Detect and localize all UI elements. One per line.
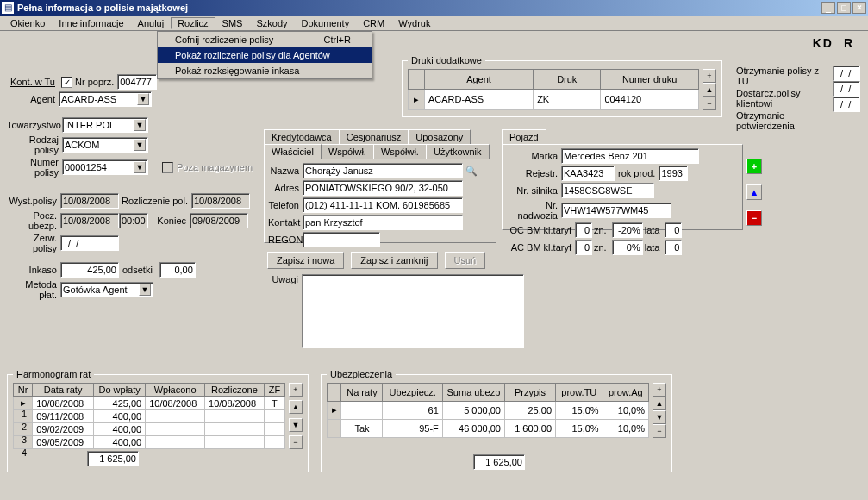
menu-sms[interactable]: SMS [215,17,250,29]
nazwa-input[interactable] [303,163,463,178]
kont-w-tu-label[interactable]: Kont. w Tu [7,77,59,87]
pocz-label: Pocz. ubezp. [7,210,60,231]
chevron-down-icon: ▼ [139,284,151,296]
menu-crm[interactable]: CRM [356,17,391,29]
potwierdzenia-input[interactable] [833,97,860,112]
pojazd-add-button[interactable]: + [746,159,762,174]
search-icon[interactable]: 🔍 [465,166,478,177]
odsetki-input[interactable] [159,262,196,278]
uwagi-textarea[interactable] [302,274,524,348]
menu-szkody[interactable]: Szkody [249,17,294,29]
table-row: 09/02/2009400,00 [14,423,285,436]
harm-total [87,451,139,466]
nr-poprz-label: Nr poprz. [75,77,114,87]
minimize-button[interactable]: _ [821,2,835,14]
rok-input[interactable] [659,166,688,181]
chevron-down-icon: ▼ [134,161,146,173]
koniec-label: Koniec [148,216,190,226]
potwierdzenia-label: Otrzymanie potwierdzenia [736,110,831,131]
ubez-total [473,454,525,470]
menu-wydruk[interactable]: Wydruk [391,17,437,29]
pojazd-remove-button[interactable]: − [746,210,762,226]
menu-dokumenty[interactable]: Dokumenty [295,17,357,29]
menu-inne[interactable]: Inne informacje [52,17,130,29]
pojazd-up-button[interactable]: ▲ [746,184,762,200]
rejestr-input[interactable] [561,166,615,181]
menu-rozlicz[interactable]: Rozlicz [171,17,215,29]
metoda-combo[interactable]: Gotówka Agent▼ [60,282,153,297]
rodzaj-combo[interactable]: ACKOM▼ [62,137,148,153]
nr-poprz-input[interactable] [117,74,157,90]
app-icon: ▤ [2,2,14,14]
adres-input[interactable] [303,180,463,196]
metoda-label: Metoda płat. [7,279,60,300]
ubezpieczenia-table[interactable]: Na raty Ubezpiecz. Suma ubezp Przypis pr… [327,383,649,438]
zapisz-nowa-button[interactable]: Zapisz i nowa [267,252,344,269]
harm-remove-button[interactable]: − [289,435,303,449]
maximize-button[interactable]: □ [837,2,851,14]
odsetki-label: odsetki [122,265,156,275]
telefon-input[interactable] [303,197,463,213]
regon-input[interactable] [303,232,380,247]
oc-lata-input[interactable] [665,222,682,238]
tab-wspolwl1[interactable]: Współwł. [321,144,374,159]
dd-pokaz-agentow[interactable]: Pokaż rozliczenie polisy dla Agentów [158,47,372,63]
agent-combo[interactable]: ACARD-ASS▼ [59,91,152,107]
towarzystwo-combo[interactable]: INTER POL▼ [62,117,148,133]
koniec-input[interactable] [190,213,248,228]
oc-zn-input[interactable] [612,222,643,238]
dd-pokaz-inkasa[interactable]: Pokaż rozksięgowanie inkasa [158,63,372,78]
druki-table[interactable]: Agent Druk Numer druku ▸ ACARD-ASS ZK 00… [408,69,699,110]
tab-cesjonariusz[interactable]: Cesjonariusz [339,129,409,144]
ubez-remove-button[interactable]: − [653,424,666,438]
silnik-input[interactable] [561,183,654,198]
menu-anuluj[interactable]: Anuluj [131,17,172,29]
inkaso-label: Inkaso [7,265,60,275]
rozliczenie-label: Rozliczenie pol. [119,196,191,206]
druki-remove-button[interactable]: − [703,97,716,110]
inkaso-input[interactable] [60,262,119,278]
pocz-time-input[interactable] [119,213,148,228]
wyst-label: Wyst.polisy [7,196,60,206]
zapisz-zamknij-button[interactable]: Zapisz i zamknij [351,252,437,269]
poza-magazynem-label: Poza magazynem [177,162,253,172]
wyst-input[interactable] [60,193,119,209]
rozliczenie-input[interactable] [191,193,250,209]
ubez-up-button[interactable]: ▲ [653,397,666,410]
table-row: Tak95-F46 000,001 600,0015,0%10,0% [328,420,649,438]
close-button[interactable]: × [852,2,866,14]
harm-down-button[interactable]: ▼ [289,418,303,432]
tab-kredytodawca[interactable]: Kredytodawca [264,129,340,144]
tab-uposazony[interactable]: Uposażony [408,129,471,144]
otrzymanie-tu-input[interactable] [833,66,860,81]
menu-okienko[interactable]: Okienko [3,17,52,29]
zerw-input[interactable] [60,235,119,251]
tab-wlasciciel[interactable]: Właściciel [264,144,322,159]
druki-add-button[interactable]: + [703,69,716,83]
harmonogram-table[interactable]: Nr Data raty Do wpłaty Wpłacono Rozliczo… [13,383,285,449]
druki-up-button[interactable]: ▲ [703,83,716,97]
dd-cofnij[interactable]: Cofnij rozliczenie polisyCtrl+R [158,32,372,47]
zerw-label: Zerw. polisy [7,233,60,253]
oc-kl-input[interactable] [575,222,592,238]
nr-poprz-checkbox[interactable]: ✓ [61,77,72,88]
ubez-add-button[interactable]: + [653,383,666,397]
table-row: ▸615 000,0025,0015,0%10,0% [328,401,649,420]
tab-uzytkownik[interactable]: Użytkownik [426,144,490,159]
dostarcz-input[interactable] [833,81,860,97]
chevron-down-icon: ▼ [137,93,149,105]
harm-up-button[interactable]: ▲ [289,400,303,414]
kontakt-input[interactable] [303,215,463,230]
tab-wspolwl2[interactable]: Współwł. [373,144,427,159]
pocz-input[interactable] [60,213,119,228]
marka-input[interactable] [561,148,699,164]
nadwozie-input[interactable] [561,203,671,218]
harm-add-button[interactable]: + [289,383,303,397]
numer-combo[interactable]: 00001254▼ [62,159,148,175]
tab-pojazd[interactable]: Pojazd [502,129,546,144]
usun-button: Usuń [445,252,486,269]
ubez-down-button[interactable]: ▼ [653,410,666,424]
titlebar: ▤ Pełna informacja o polisie majątkowej … [0,0,868,16]
menu-dropdown: Cofnij rozliczenie polisyCtrl+R Pokaż ro… [157,31,372,79]
table-row: 09/05/2009400,00 [14,436,285,449]
